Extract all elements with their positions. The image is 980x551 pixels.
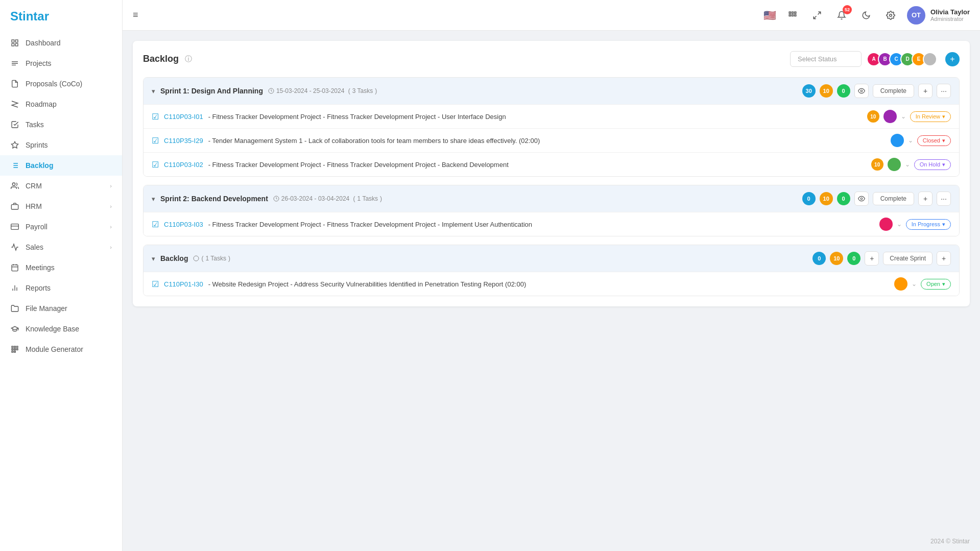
sidebar-item-crm[interactable]: CRM › — [0, 176, 122, 196]
task-id[interactable]: C110P03-I02 — [164, 161, 203, 169]
sidebar-item-label: Payroll — [26, 223, 104, 231]
badge-green: 0 — [847, 252, 861, 265]
task-avatar — [883, 110, 897, 123]
sidebar-item-payroll[interactable]: Payroll › — [0, 217, 122, 237]
backlog-collapse-button[interactable]: ▾ — [152, 255, 155, 262]
backlog-card: Backlog ⓘ Select Status A B C D E + — [133, 41, 970, 306]
task-right: 10 ⌄ On Hold ▾ — [871, 158, 951, 171]
badge-blue: 0 — [812, 252, 826, 265]
sales-icon — [10, 243, 19, 252]
sidebar-item-meetings[interactable]: Meetings — [0, 257, 122, 278]
sidebar-item-label: Module Generator — [26, 345, 112, 353]
sprint-more-button[interactable]: ··· — [937, 84, 951, 98]
task-id[interactable]: C110P01-I30 — [164, 280, 203, 288]
sprint-complete-button[interactable]: Complete — [873, 192, 914, 205]
sprint-header-right: 30 10 0 Complete + ··· — [802, 84, 951, 98]
svg-rect-24 — [789, 14, 791, 16]
task-title: - Fitness Tracker Development Project - … — [208, 113, 862, 121]
sidebar-item-projects[interactable]: Projects — [0, 53, 122, 74]
dark-mode-icon[interactable] — [858, 7, 874, 23]
task-chevron[interactable]: ⌄ — [912, 280, 917, 288]
task-chevron[interactable]: ⌄ — [901, 113, 906, 120]
svg-rect-14 — [14, 346, 16, 348]
sprint-more-button[interactable]: ··· — [937, 191, 951, 206]
task-id[interactable]: C110P35-I29 — [164, 137, 203, 145]
task-chevron[interactable]: ⌄ — [908, 137, 913, 144]
task-checkbox[interactable]: ☑ — [152, 112, 159, 122]
eye-button[interactable] — [854, 84, 869, 98]
task-id[interactable]: C110P03-I01 — [164, 113, 203, 121]
svg-marker-4 — [11, 141, 18, 148]
select-status-dropdown[interactable]: Select Status — [790, 51, 862, 67]
task-checkbox[interactable]: ☑ — [152, 220, 159, 229]
task-title: - Fitness Tracker Development Project - … — [208, 221, 874, 228]
chevron-down-icon: ▾ — [942, 221, 945, 228]
create-sprint-button[interactable]: Create Sprint — [883, 252, 933, 265]
sprint-header-1: ▾ Sprint 1: Design And Planning 15-03-20… — [144, 78, 959, 104]
add-member-button[interactable]: + — [945, 52, 960, 66]
language-flag[interactable]: 🇺🇸 — [763, 9, 776, 21]
backlog-add-button[interactable]: + — [865, 251, 879, 266]
sprint-add-button[interactable]: + — [918, 84, 933, 98]
task-checkbox[interactable]: ☑ — [152, 160, 159, 170]
task-right: ⌄ Closed ▾ — [891, 134, 951, 147]
apps-icon[interactable] — [784, 7, 801, 23]
task-chevron[interactable]: ⌄ — [897, 221, 902, 228]
eye-button[interactable] — [854, 191, 869, 206]
task-checkbox[interactable]: ☑ — [152, 279, 159, 289]
app-logo: Stintar — [10, 9, 49, 23]
table-row: ☑ C110P01-I30 - Website Redesign Project… — [144, 272, 959, 296]
task-status-badge[interactable]: Closed ▾ — [917, 135, 951, 146]
sprint-collapse-button[interactable]: ▾ — [152, 195, 155, 203]
backlog-icon — [10, 161, 19, 170]
select-status-label: Select Status — [798, 55, 837, 63]
task-status-badge[interactable]: Open ▾ — [921, 279, 951, 290]
module-generator-icon — [10, 345, 19, 354]
chevron-right-icon: › — [110, 183, 112, 189]
sidebar-item-label: Roadmap — [26, 100, 112, 108]
chevron-down-icon: ▾ — [942, 281, 945, 288]
task-status-badge[interactable]: On Hold ▾ — [914, 159, 951, 170]
sidebar-item-file-manager[interactable]: File Manager — [0, 298, 122, 319]
proposals-icon — [10, 79, 19, 88]
sidebar-item-hrm[interactable]: HRM › — [0, 196, 122, 217]
badge-green: 0 — [837, 192, 850, 205]
sprint-add-button[interactable]: + — [918, 191, 933, 206]
sidebar-item-tasks[interactable]: Tasks — [0, 114, 122, 135]
settings-icon[interactable] — [882, 7, 899, 23]
sidebar-item-knowledge-base[interactable]: Knowledge Base — [0, 319, 122, 339]
sidebar-nav: Dashboard Projects Proposals (CoCo) Road… — [0, 33, 122, 551]
task-chevron[interactable]: ⌄ — [905, 161, 910, 168]
sidebar: Stintar Dashboard Projects Proposals (Co… — [0, 0, 123, 551]
svg-rect-22 — [792, 12, 793, 13]
task-status-badge[interactable]: In Progress ▾ — [906, 219, 951, 230]
backlog-section: ▾ Backlog (1 Tasks) 0 10 0 + Create Spri… — [143, 245, 960, 296]
sidebar-item-backlog[interactable]: Backlog — [0, 155, 122, 176]
sidebar-item-proposals[interactable]: Proposals (CoCo) — [0, 74, 122, 94]
sprint-complete-button[interactable]: Complete — [873, 84, 914, 98]
task-id[interactable]: C110P03-I03 — [164, 221, 203, 228]
svg-rect-7 — [11, 224, 19, 230]
svg-rect-13 — [12, 346, 13, 348]
task-status-badge[interactable]: In Review ▾ — [910, 111, 951, 122]
footer: 2024 © Stintar — [123, 532, 980, 551]
chevron-down-icon: ▾ — [942, 161, 945, 168]
backlog-more-button[interactable]: + — [937, 251, 951, 266]
sidebar-item-sales[interactable]: Sales › — [0, 237, 122, 257]
sidebar-item-roadmap[interactable]: Roadmap — [0, 94, 122, 114]
user-info[interactable]: OT Olivia Taylor Administrator — [907, 6, 970, 25]
task-right: ⌄ Open ▾ — [894, 277, 951, 291]
notification-icon[interactable]: 52 — [833, 7, 850, 23]
sidebar-item-module-generator[interactable]: Module Generator — [0, 339, 122, 360]
sidebar-item-dashboard[interactable]: Dashboard — [0, 33, 122, 53]
sidebar-item-reports[interactable]: Reports — [0, 278, 122, 298]
hamburger-button[interactable]: ≡ — [133, 10, 138, 20]
task-checkbox[interactable]: ☑ — [152, 136, 159, 146]
sprint-collapse-button[interactable]: ▾ — [152, 87, 155, 95]
chevron-right-icon: › — [110, 203, 112, 209]
expand-icon[interactable] — [809, 7, 825, 23]
sprint-block-1: ▾ Sprint 1: Design And Planning 15-03-20… — [143, 77, 960, 177]
chevron-right-icon: › — [110, 244, 112, 250]
sidebar-item-sprints[interactable]: Sprints — [0, 135, 122, 155]
backlog-tasks-count: (1 Tasks) — [193, 255, 230, 262]
